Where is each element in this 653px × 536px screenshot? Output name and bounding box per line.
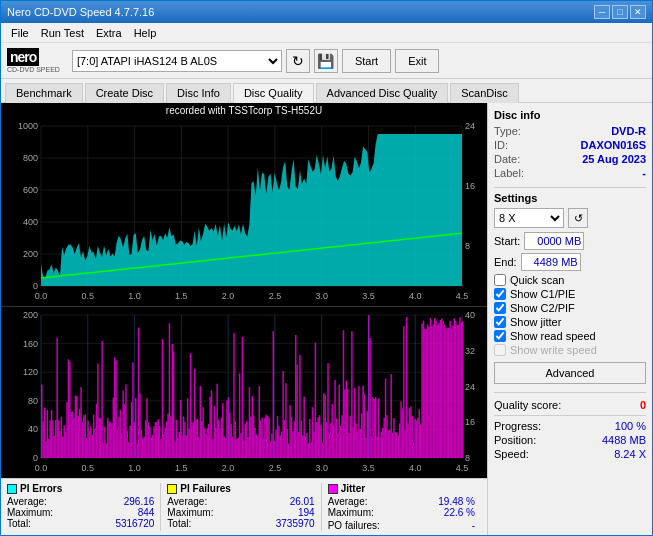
disc-date-value: 25 Aug 2023 [582, 153, 646, 165]
disc-type-label: Type: [494, 125, 521, 137]
jitter-max-label: Maximum: [328, 507, 374, 518]
pi-failures-total-value: 3735970 [276, 518, 315, 529]
close-button[interactable]: ✕ [630, 5, 646, 19]
jitter-max-value: 22.6 % [444, 507, 475, 518]
jitter-avg-value: 19.48 % [438, 496, 475, 507]
disc-type-value: DVD-R [611, 125, 646, 137]
refresh-icon: ↻ [292, 53, 304, 69]
menu-file[interactable]: File [5, 25, 35, 41]
quick-scan-checkbox[interactable] [494, 274, 506, 286]
chart-area: recorded with TSSTcorp TS-H552U PI Error… [1, 103, 487, 535]
jitter-stats: Jitter Average: 19.48 % Maximum: 22.6 % … [322, 483, 481, 531]
stats-bar: PI Errors Average: 296.16 Maximum: 844 T… [1, 478, 487, 535]
lower-chart-canvas [1, 307, 487, 478]
menu-bar: File Run Test Extra Help [1, 23, 652, 43]
progress-row: Progress: 100 % [494, 420, 646, 432]
disc-label-row: Label: - [494, 167, 646, 179]
end-label: End: [494, 256, 517, 268]
window-controls: ─ □ ✕ [594, 5, 646, 19]
quality-label: Quality score: [494, 399, 561, 411]
refresh-button[interactable]: ↻ [286, 49, 310, 73]
pi-failures-total-label: Total: [167, 518, 191, 529]
tab-disc-quality[interactable]: Disc Quality [233, 83, 314, 103]
pi-failures-title: PI Failures [180, 483, 231, 494]
pi-errors-title: PI Errors [20, 483, 62, 494]
minimize-button[interactable]: ─ [594, 5, 610, 19]
main-window: Nero CD-DVD Speed 4.7.7.16 ─ □ ✕ File Ru… [0, 0, 653, 536]
po-failures-label: PO failures: [328, 520, 380, 531]
speed-label: Speed: [494, 448, 529, 460]
menu-help[interactable]: Help [128, 25, 163, 41]
show-write-speed-label: Show write speed [510, 344, 597, 356]
drive-select[interactable]: [7:0] ATAPI iHAS124 B AL0S [72, 50, 282, 72]
tab-create-disc[interactable]: Create Disc [85, 83, 164, 103]
quality-row: Quality score: 0 [494, 399, 646, 411]
recorded-label: recorded with TSSTcorp TS-H552U [1, 103, 487, 118]
po-failures-value: - [472, 520, 475, 531]
start-button[interactable]: Start [342, 49, 391, 73]
show-write-speed-row: Show write speed [494, 344, 646, 356]
disc-info-section: Disc info Type: DVD-R ID: DAXON016S Date… [494, 109, 646, 179]
pi-failures-stats: PI Failures Average: 26.01 Maximum: 194 … [161, 483, 321, 531]
disc-info-title: Disc info [494, 109, 646, 121]
disc-id-value: DAXON016S [581, 139, 646, 151]
tab-bar: Benchmark Create Disc Disc Info Disc Qua… [1, 79, 652, 103]
content-area: recorded with TSSTcorp TS-H552U PI Error… [1, 103, 652, 535]
pi-errors-max-label: Maximum: [7, 507, 53, 518]
speed-row: 8 X Max 1 X 2 X 4 X ↺ [494, 208, 646, 228]
show-c1pie-label: Show C1/PIE [510, 288, 575, 300]
pi-errors-max-value: 844 [138, 507, 155, 518]
pi-errors-stats: PI Errors Average: 296.16 Maximum: 844 T… [7, 483, 161, 531]
quality-value: 0 [640, 399, 646, 411]
disc-id-label: ID: [494, 139, 508, 151]
end-field[interactable] [521, 253, 581, 271]
menu-extra[interactable]: Extra [90, 25, 128, 41]
jitter-title: Jitter [341, 483, 365, 494]
pi-failures-color [167, 484, 177, 494]
pi-failures-max-label: Maximum: [167, 507, 213, 518]
position-label: Position: [494, 434, 536, 446]
right-panel: Disc info Type: DVD-R ID: DAXON016S Date… [487, 103, 652, 535]
quick-scan-label: Quick scan [510, 274, 564, 286]
pi-errors-avg-value: 296.16 [124, 496, 155, 507]
upper-chart-canvas [1, 118, 487, 306]
save-button[interactable]: 💾 [314, 49, 338, 73]
end-mb-row: End: [494, 253, 646, 271]
disc-date-label: Date: [494, 153, 520, 165]
cd-dvd-speed-logo: CD-DVD SPEED [7, 66, 60, 73]
show-jitter-checkbox[interactable] [494, 316, 506, 328]
settings-title: Settings [494, 192, 646, 204]
position-value: 4488 MB [602, 434, 646, 446]
speed-select[interactable]: 8 X Max 1 X 2 X 4 X [494, 208, 564, 228]
exit-button[interactable]: Exit [395, 49, 439, 73]
disc-id-row: ID: DAXON016S [494, 139, 646, 151]
speed-value: 8.24 X [614, 448, 646, 460]
tab-scan-disc[interactable]: ScanDisc [450, 83, 518, 103]
maximize-button[interactable]: □ [612, 5, 628, 19]
progress-section: Progress: 100 % Position: 4488 MB Speed:… [494, 420, 646, 460]
reset-speed-button[interactable]: ↺ [568, 208, 588, 228]
pi-errors-color [7, 484, 17, 494]
show-c1pie-row: Show C1/PIE [494, 288, 646, 300]
toolbar: nero CD-DVD SPEED [7:0] ATAPI iHAS124 B … [1, 43, 652, 79]
disc-label-label: Label: [494, 167, 524, 179]
show-c1pie-checkbox[interactable] [494, 288, 506, 300]
start-field[interactable]: 0000 MB [524, 232, 584, 250]
show-c2pif-label: Show C2/PIF [510, 302, 575, 314]
stats-row: PI Errors Average: 296.16 Maximum: 844 T… [7, 483, 481, 531]
quick-scan-row: Quick scan [494, 274, 646, 286]
divider-1 [494, 187, 646, 188]
settings-section: Settings 8 X Max 1 X 2 X 4 X ↺ Start: 00… [494, 192, 646, 384]
speed-row-progress: Speed: 8.24 X [494, 448, 646, 460]
show-jitter-row: Show jitter [494, 316, 646, 328]
show-read-speed-checkbox[interactable] [494, 330, 506, 342]
show-c2pif-checkbox[interactable] [494, 302, 506, 314]
menu-run-test[interactable]: Run Test [35, 25, 90, 41]
tab-disc-info[interactable]: Disc Info [166, 83, 231, 103]
show-write-speed-checkbox[interactable] [494, 344, 506, 356]
tab-benchmark[interactable]: Benchmark [5, 83, 83, 103]
advanced-button[interactable]: Advanced [494, 362, 646, 384]
pi-failures-avg-value: 26.01 [290, 496, 315, 507]
charts-container [1, 118, 487, 478]
tab-advanced-disc-quality[interactable]: Advanced Disc Quality [316, 83, 449, 103]
